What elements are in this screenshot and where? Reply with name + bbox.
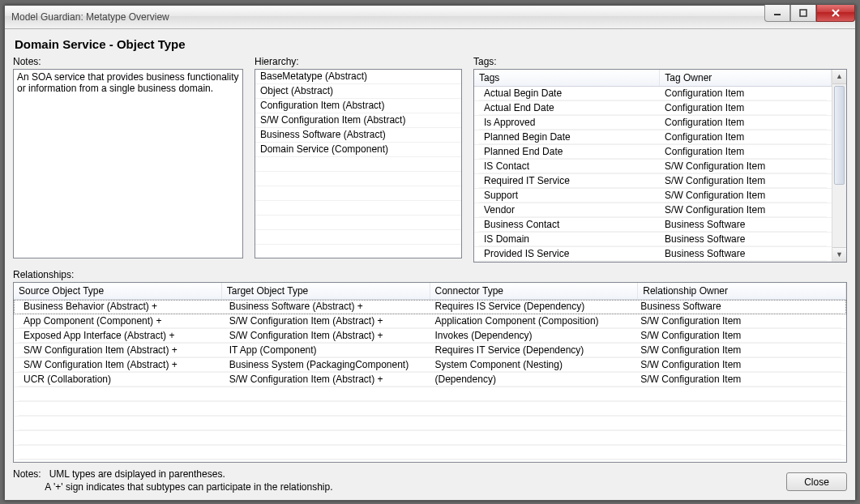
relationship-cell	[19, 387, 225, 401]
tags-col-owner[interactable]: Tag Owner	[660, 70, 832, 86]
scroll-thumb[interactable]	[834, 86, 845, 185]
relationship-row[interactable]	[14, 416, 846, 431]
tags-row[interactable]: Planned End DateConfiguration Item	[474, 145, 832, 160]
hierarchy-item[interactable]	[255, 172, 461, 186]
footer: Notes: UML types are dsiplayed in parent…	[13, 463, 847, 493]
relationship-row[interactable]: Business Behavior (Abstract) +Business S…	[14, 300, 846, 314]
relationships-grid[interactable]: Source Object Type Target Object Type Co…	[13, 282, 847, 463]
hierarchy-item[interactable]: Business Software (Abstract)	[255, 128, 461, 143]
tags-grid-inner: Tags Tag Owner Actual Begin DateConfigur…	[474, 70, 832, 262]
relationship-row[interactable]: S/W Configuration Item (Abstract) +IT Ap…	[14, 344, 846, 358]
hierarchy-item[interactable]	[255, 201, 461, 216]
tags-row[interactable]: Planned Begin DateConfiguration Item	[474, 130, 832, 145]
relationship-cell: S/W Configuration Item	[635, 314, 841, 328]
relationship-cell: IT App (Component)	[225, 344, 430, 357]
tags-cell-owner: S/W Configuration Item	[660, 189, 827, 203]
hierarchy-item[interactable]	[255, 230, 461, 245]
relationships-header: Source Object Type Target Object Type Co…	[14, 283, 846, 300]
hierarchy-list[interactable]: BaseMetatype (Abstract)Object (Abstract)…	[255, 69, 462, 258]
rel-col-target[interactable]: Target Object Type	[222, 283, 430, 299]
relationship-cell	[19, 402, 225, 416]
footer-notes: Notes: UML types are dsiplayed in parent…	[13, 468, 333, 493]
hierarchy-item[interactable]: Domain Service (Component)	[255, 143, 461, 157]
relationship-cell: S/W Configuration Item (Abstract) +	[225, 373, 430, 387]
relationship-cell: Business Software	[635, 300, 841, 314]
close-button[interactable]: Close	[786, 472, 847, 491]
relationship-row[interactable]	[14, 446, 846, 460]
relationship-cell: S/W Configuration Item	[635, 358, 841, 372]
hierarchy-item[interactable]	[255, 245, 461, 258]
hierarchy-item[interactable]	[255, 216, 461, 230]
relationship-cell	[19, 416, 225, 430]
titlebar[interactable]: Model Guardian: Metatype Overview	[5, 6, 855, 29]
scroll-up-icon[interactable]: ▲	[832, 70, 846, 84]
tags-col-tags[interactable]: Tags	[474, 70, 660, 86]
tags-cell-name: Planned Begin Date	[479, 130, 660, 144]
tags-row[interactable]: Actual End DateConfiguration Item	[474, 101, 832, 116]
scroll-down-icon[interactable]: ▼	[832, 247, 846, 262]
hierarchy-item[interactable]	[255, 186, 461, 201]
relationship-row[interactable]: S/W Configuration Item (Abstract) +Busin…	[14, 358, 846, 373]
tags-cell-owner: S/W Configuration Item	[660, 160, 827, 173]
relationship-row[interactable]: App Component (Component) +S/W Configura…	[14, 314, 846, 329]
relationship-row[interactable]	[14, 402, 846, 416]
tags-row[interactable]: IS ContactS/W Configuration Item	[474, 160, 832, 174]
close-window-button[interactable]	[816, 5, 855, 22]
relationship-cell: Exposed App Interface (Abstract) +	[19, 329, 225, 343]
hierarchy-item[interactable]: Configuration Item (Abstract)	[255, 99, 461, 113]
hierarchy-item[interactable]: BaseMetatype (Abstract)	[255, 70, 461, 84]
relationship-row[interactable]	[14, 387, 846, 402]
rel-col-connector[interactable]: Connector Type	[430, 283, 639, 299]
relationship-row[interactable]: Exposed App Interface (Abstract) +S/W Co…	[14, 329, 846, 344]
rel-col-owner[interactable]: Relationship Owner	[638, 283, 846, 299]
tags-row[interactable]: VendorS/W Configuration Item	[474, 203, 832, 218]
tags-cell-name: Support	[479, 189, 660, 203]
tags-row[interactable]: Required IT ServiceS/W Configuration Ite…	[474, 174, 832, 189]
tags-cell-name: IS Contact	[479, 160, 660, 173]
tags-row[interactable]: Is ApprovedConfiguration Item	[474, 116, 832, 130]
relationship-cell: App Component (Component) +	[19, 314, 225, 328]
hierarchy-item[interactable]: Object (Abstract)	[255, 84, 461, 99]
tags-cell-owner: Configuration Item	[660, 116, 827, 130]
relationship-cell: S/W Configuration Item	[635, 344, 841, 357]
relationship-cell: Business Behavior (Abstract) +	[19, 300, 225, 314]
tags-row[interactable]: Actual Begin DateConfiguration Item	[474, 87, 832, 101]
relationship-cell	[635, 402, 841, 416]
minimize-icon	[773, 9, 781, 17]
relationship-row[interactable]: UCR (Collaboration)S/W Configuration Ite…	[14, 373, 846, 387]
relationship-cell: Application Component (Composition)	[430, 314, 636, 328]
tags-header: Tags Tag Owner	[474, 70, 832, 87]
tags-cell-owner: S/W Configuration Item	[660, 203, 827, 217]
notes-label: Notes:	[13, 56, 243, 67]
notes-text[interactable]: An SOA service that provides business fu…	[13, 69, 243, 258]
relationship-cell: S/W Configuration Item (Abstract) +	[19, 344, 225, 357]
tags-cell-name: Planned End Date	[479, 145, 660, 159]
relationship-cell: S/W Configuration Item	[635, 373, 841, 387]
tags-cell-owner: Configuration Item	[660, 87, 827, 100]
maximize-icon	[799, 9, 807, 17]
relationship-cell	[635, 387, 841, 401]
tags-row[interactable]: Business ContactBusiness Software	[474, 218, 832, 233]
footer-note-line1: UML types are dsiplayed in parentheses.	[49, 468, 225, 480]
hierarchy-item[interactable]: S/W Configuration Item (Abstract)	[255, 113, 461, 128]
rel-col-source[interactable]: Source Object Type	[14, 283, 222, 299]
relationship-cell	[430, 431, 636, 445]
tags-row[interactable]: IS DomainBusiness Software	[474, 233, 832, 247]
relationship-cell	[225, 402, 430, 416]
tags-row[interactable]: Provided IS ServiceBusiness Software	[474, 247, 832, 262]
relationship-cell	[635, 431, 841, 445]
window-title: Model Guardian: Metatype Overview	[11, 11, 169, 23]
footer-note-line2: A '+' sign indicates that subtypes can p…	[45, 481, 332, 493]
minimize-button[interactable]	[764, 5, 790, 22]
maximize-button[interactable]	[790, 5, 816, 22]
relationship-cell	[635, 446, 841, 459]
tags-row[interactable]: SupportS/W Configuration Item	[474, 189, 832, 203]
tags-cell-name: Business Contact	[479, 218, 660, 232]
page-heading: Domain Service - Object Type	[13, 34, 847, 56]
relationship-cell: Requires IT Service (Dependency)	[430, 344, 636, 357]
relationship-row[interactable]	[14, 431, 846, 446]
hierarchy-item[interactable]	[255, 157, 461, 172]
relationship-cell: S/W Configuration Item	[635, 329, 841, 343]
tags-grid[interactable]: Tags Tag Owner Actual Begin DateConfigur…	[473, 69, 847, 263]
tags-scrollbar[interactable]: ▲ ▼	[832, 70, 846, 262]
